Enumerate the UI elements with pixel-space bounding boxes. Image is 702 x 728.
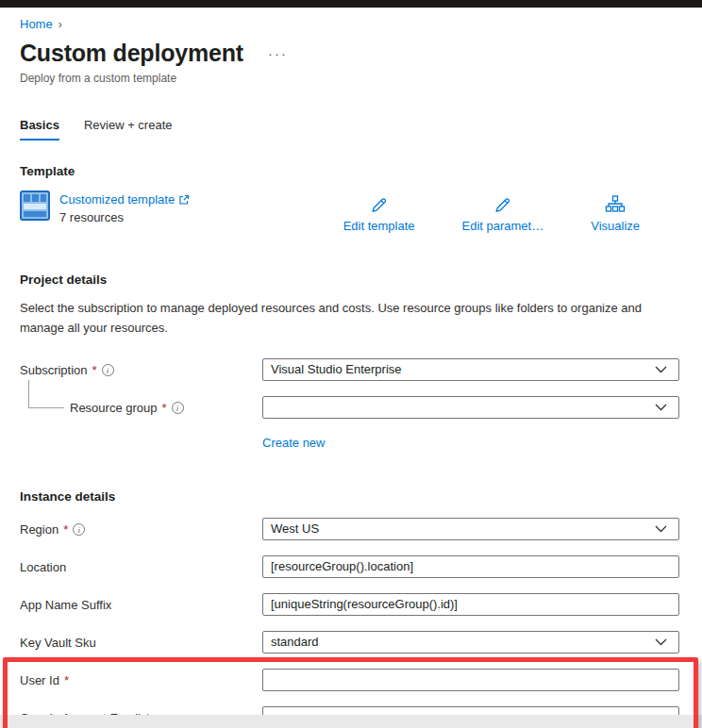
region-label: Region * i (20, 518, 262, 537)
subscription-dropdown[interactable]: Visual Studio Enterprise (262, 358, 679, 381)
edit-parameters-button[interactable]: Edit paramet… (462, 195, 544, 233)
visualize-label: Visualize (591, 219, 640, 233)
resource-group-row: Resource group * i (20, 396, 679, 419)
required-marker: * (63, 522, 68, 537)
key-vault-sku-value: standard (271, 635, 319, 649)
org-chart-icon (605, 195, 626, 214)
region-label-text: Region (20, 522, 58, 537)
location-input[interactable] (262, 555, 679, 578)
chevron-down-icon (655, 404, 667, 411)
template-resource-count: 7 resources (59, 210, 190, 224)
external-link-icon (178, 194, 190, 206)
customized-template-link[interactable]: Customized template (59, 192, 190, 207)
edit-template-button[interactable]: Edit template (343, 195, 415, 233)
user-id-label: User Id * (20, 669, 262, 687)
page-content: Home › Custom deployment ··· Deploy from… (0, 17, 702, 728)
top-window-bar (0, 0, 702, 8)
user-id-input[interactable] (262, 669, 679, 691)
bottom-page-edge (0, 715, 702, 728)
tab-basics[interactable]: Basics (20, 118, 59, 141)
region-value: West US (271, 521, 319, 536)
key-vault-sku-label-text: Key Vault Sku (20, 636, 96, 650)
subscription-label-text: Subscription (20, 363, 88, 377)
location-label-text: Location (20, 560, 66, 574)
edit-parameters-label: Edit paramet… (462, 219, 544, 233)
user-id-row: User Id * (20, 669, 679, 691)
breadcrumb: Home › (20, 17, 679, 31)
region-dropdown[interactable]: West US (262, 518, 679, 540)
subscription-group-connector (28, 380, 64, 408)
pencil-icon (370, 195, 389, 214)
instance-details-heading: Instance details (20, 489, 679, 504)
required-marker: * (64, 673, 69, 687)
user-id-label-text: User Id (20, 673, 59, 687)
key-vault-sku-row: Key Vault Sku standard (20, 631, 679, 654)
pencil-icon (493, 195, 512, 214)
info-icon[interactable]: i (73, 523, 85, 536)
edit-template-label: Edit template (343, 219, 415, 233)
app-name-suffix-row: App Name Suffix (20, 593, 679, 616)
page-title: Custom deployment (20, 40, 243, 67)
visualize-button[interactable]: Visualize (591, 195, 640, 233)
breadcrumb-separator-icon: › (58, 18, 62, 31)
project-details-description: Select the subscription to manage deploy… (20, 299, 673, 339)
region-row: Region * i West US (20, 518, 679, 540)
tab-review-create[interactable]: Review + create (84, 118, 173, 141)
subscription-label: Subscription * i (20, 358, 262, 377)
subscription-row: Subscription * i Visual Studio Enterpris… (20, 358, 679, 381)
info-icon[interactable]: i (102, 364, 114, 376)
location-label: Location (20, 555, 262, 574)
info-icon[interactable]: i (172, 402, 184, 414)
chevron-down-icon (655, 638, 667, 646)
resource-group-dropdown[interactable] (262, 396, 679, 419)
project-details-heading: Project details (20, 273, 679, 287)
app-name-suffix-label: App Name Suffix (20, 593, 262, 612)
app-name-suffix-input[interactable] (262, 593, 679, 616)
breadcrumb-home-link[interactable]: Home (20, 17, 53, 31)
project-form: Subscription * i Visual Studio Enterpris… (20, 358, 679, 463)
location-row: Location (20, 555, 679, 578)
resource-group-label-text: Resource group (70, 401, 158, 415)
more-options-button[interactable]: ··· (268, 49, 288, 58)
chevron-down-icon (655, 366, 667, 373)
tab-bar: Basics Review + create (20, 118, 679, 141)
app-name-suffix-label-text: App Name Suffix (20, 598, 111, 612)
key-vault-sku-label: Key Vault Sku (20, 631, 262, 650)
required-marker: * (92, 363, 97, 377)
chevron-down-icon (655, 525, 667, 533)
template-icon (20, 190, 50, 224)
required-marker: * (162, 401, 167, 415)
customized-template-link-label: Customized template (59, 192, 175, 207)
subscription-value: Visual Studio Enterprise (271, 362, 402, 376)
template-section-heading: Template (20, 164, 679, 178)
page-subtitle: Deploy from a custom template (20, 72, 679, 85)
create-new-link[interactable]: Create new (262, 436, 325, 450)
key-vault-sku-dropdown[interactable]: standard (262, 631, 679, 654)
